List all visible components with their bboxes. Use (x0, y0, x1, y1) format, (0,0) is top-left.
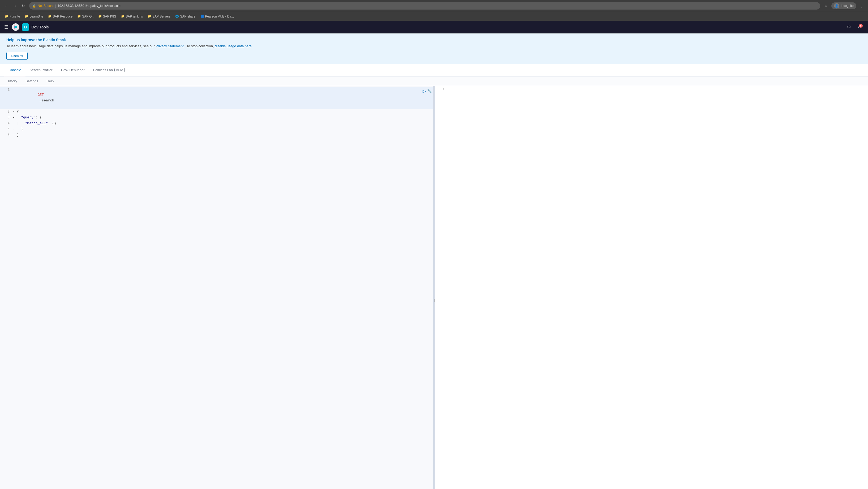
forward-button[interactable]: → (11, 2, 19, 9)
bookmark-sap-git-label: SAP Git (82, 14, 93, 18)
security-icon: 🔒 (32, 4, 36, 8)
browser-actions: ☆ 👤 Incognito ⋮ (823, 2, 865, 9)
kibana-logo (12, 23, 20, 31)
bookmark-sap-resource-label: SAP Resouce (53, 14, 73, 18)
dev-tools-tabs: Console Search Profiler Grok Debugger Pa… (0, 64, 868, 77)
kibana-app: ☰ D Dev Tools ⚙ ✉ 5 Help us improve the … (0, 21, 868, 489)
tab-console[interactable]: Console (4, 64, 26, 76)
line-content-5: - } (13, 127, 431, 132)
banner-text-middle: . To stop collection, (184, 44, 215, 48)
folder-icon-sap-resource: 📁 (48, 14, 52, 18)
line-content-4: | "match_all": {} (13, 121, 431, 126)
console-output-panel: 1 (435, 86, 868, 489)
output-area: 1 (435, 86, 868, 94)
help-banner: Help us improve the Elastic Stack To lea… (0, 33, 868, 64)
incognito-label: Incognito (841, 4, 854, 8)
line-content-1: GET _search (13, 87, 431, 109)
code-line-6: 6 - } (0, 132, 433, 138)
bookmark-funsite[interactable]: 📁 Funsite (3, 14, 22, 19)
settings-button[interactable]: Settings (23, 78, 40, 84)
tab-search-profiler-label: Search Profiler (30, 68, 53, 72)
banner-text: To learn about how usage data helps us m… (6, 43, 862, 49)
bookmark-sap-servers-label: SAP Servers (152, 14, 170, 18)
line-number-3: 3 (2, 115, 9, 120)
tab-console-label: Console (8, 68, 21, 72)
browser-toolbar: ← → ↻ 🔒 Not Secure | 192.168.33.12:5601/… (0, 0, 868, 12)
history-button[interactable]: History (4, 78, 19, 84)
code-line-5: 5 - } (0, 127, 433, 132)
line-number-5: 5 (2, 127, 9, 132)
bookmark-sap-servers[interactable]: 📁 SAP Servers (146, 14, 173, 19)
banner-title: Help us improve the Elastic Stack (6, 38, 862, 42)
folder-icon-sap-servers: 📁 (148, 14, 151, 18)
code-line-1: 1 GET _search ▷ 🔧 (0, 87, 433, 109)
bookmark-sap-k8s-label: SAP K8S (103, 14, 116, 18)
bookmark-pearson-vue-label: Pearson VUE - Da... (205, 14, 234, 18)
endpoint-text: _search (38, 98, 54, 102)
bookmark-pearson-vue[interactable]: 🟦 Pearson VUE - Da... (198, 14, 236, 19)
folder-icon-sap-k8s: 📁 (98, 14, 102, 18)
bookmark-sap-git[interactable]: 📁 SAP Git (75, 14, 95, 19)
bookmark-sap-jenkins-label: SAP jenkins (126, 14, 143, 18)
dismiss-button[interactable]: Dismiss (6, 52, 28, 60)
disable-usage-link[interactable]: disable usage data here (215, 44, 252, 48)
nav-buttons: ← → ↻ (3, 2, 27, 9)
tab-grok-debugger-label: Grok Debugger (61, 68, 85, 72)
bookmark-sap-resource[interactable]: 📁 SAP Resouce (46, 14, 75, 19)
settings-icon-button[interactable]: ⚙ (845, 23, 853, 31)
tab-search-profiler[interactable]: Search Profiler (26, 64, 57, 76)
address-bar[interactable]: 🔒 Not Secure | 192.168.33.12:5601/app/de… (29, 2, 820, 9)
bookmark-sap-share[interactable]: 🌐 SAP-share (173, 14, 197, 19)
bookmark-sap-share-label: SAP-share (180, 14, 195, 18)
notification-count: 5 (859, 24, 863, 28)
bookmarks-bar: 📁 Funsite 📁 LearnSite 📁 SAP Resouce 📁 SA… (0, 12, 868, 21)
app-title: Dev Tools (31, 25, 49, 29)
app-badge: D (22, 23, 29, 31)
tab-grok-debugger[interactable]: Grok Debugger (57, 64, 89, 76)
line-content-2: - { (13, 109, 431, 115)
output-line-number-1: 1 (437, 87, 445, 93)
bookmark-sap-jenkins[interactable]: 📁 SAP jenkins (119, 14, 145, 19)
output-line-1: 1 (435, 87, 868, 93)
address-separator: | (55, 4, 56, 8)
bookmark-funsite-label: Funsite (9, 14, 20, 18)
topnav-actions: ⚙ ✉ 5 (845, 23, 864, 31)
bookmark-learnsite[interactable]: 📁 LearnSite (23, 14, 45, 19)
line-number-1: 1 (2, 87, 9, 92)
incognito-icon: 👤 (834, 3, 839, 8)
kibana-topnav: ☰ D Dev Tools ⚙ ✉ 5 (0, 21, 868, 33)
folder-icon-sap-git: 📁 (77, 14, 81, 18)
profile-button[interactable]: ⋮ (858, 2, 865, 9)
address-text: 192.168.33.12:5601/app/dev_tools#/consol… (58, 4, 120, 8)
security-label: Not Secure (38, 4, 54, 8)
tab-painless-lab[interactable]: Painless Lab BETA (89, 64, 129, 76)
browser-chrome: ← → ↻ 🔒 Not Secure | 192.168.33.12:5601/… (0, 0, 868, 21)
hamburger-menu-button[interactable]: ☰ (4, 24, 8, 30)
line-content-3: - "query": { (13, 115, 431, 121)
globe-icon-sap-share: 🌐 (175, 14, 179, 18)
bookmark-learnsite-label: LearnSite (29, 14, 43, 18)
reload-button[interactable]: ↻ (20, 2, 27, 9)
notifications-button[interactable]: ✉ 5 (855, 23, 864, 31)
line-number-2: 2 (2, 109, 9, 115)
wrench-button[interactable]: 🔧 (427, 89, 432, 93)
back-button[interactable]: ← (3, 2, 10, 9)
banner-text-before: To learn about how usage data helps us m… (6, 44, 156, 48)
line-number-4: 4 (2, 121, 9, 126)
banner-text-after: . (253, 44, 254, 48)
svg-point-1 (14, 26, 17, 28)
code-editor[interactable]: 1 GET _search ▷ 🔧 2 - { 3 - "query": (0, 86, 433, 140)
bookmark-star-button[interactable]: ☆ (823, 2, 830, 9)
get-keyword: GET (38, 93, 44, 97)
folder-icon-sap-jenkins: 📁 (121, 14, 125, 18)
help-button[interactable]: Help (44, 78, 56, 84)
bookmark-sap-k8s[interactable]: 📁 SAP K8S (96, 14, 118, 19)
privacy-statement-link[interactable]: Privacy Statement (156, 44, 184, 48)
code-line-3: 3 - "query": { (0, 115, 433, 121)
incognito-badge: 👤 Incognito (831, 2, 856, 9)
line-number-6: 6 (2, 132, 9, 138)
folder-icon-funsite: 📁 (5, 14, 8, 18)
run-button[interactable]: ▷ (423, 89, 426, 94)
pearson-icon: 🟦 (200, 14, 204, 18)
console-editor-panel[interactable]: 1 GET _search ▷ 🔧 2 - { 3 - "query": (0, 86, 433, 489)
